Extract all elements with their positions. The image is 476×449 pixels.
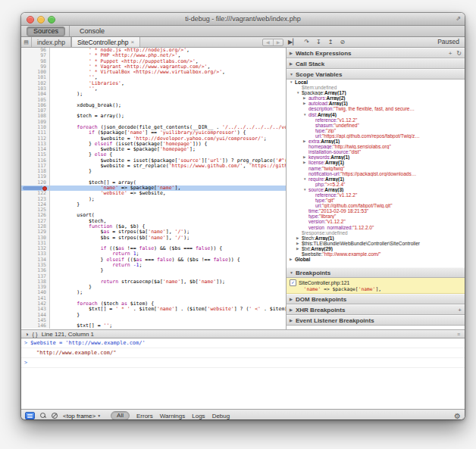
section-watch-expressions[interactable]: ▶Watch Expressions+↻ — [287, 48, 465, 58]
scope-row[interactable]: type: "library" — [287, 214, 465, 219]
disclosure-triangle-icon[interactable]: ▼ — [303, 112, 308, 117]
scope-row[interactable]: time: "2013-02-09 18:21:53" — [287, 208, 465, 214]
tab-console[interactable]: Console — [74, 27, 111, 36]
scope-row[interactable]: ▼dist: Array(4) — [287, 112, 465, 117]
step-over-button[interactable]: ↷ — [304, 37, 309, 47]
disclosure-triangle-icon[interactable]: ▶ — [290, 257, 295, 262]
close-tab-icon[interactable]: × — [130, 39, 134, 45]
scope-row[interactable]: php: ">=5.2.4" — [287, 182, 465, 187]
scope-row[interactable]: ▼$package: Array(17) — [287, 90, 465, 95]
fullscreen-icon[interactable]: ⇗ — [456, 16, 461, 22]
scope-row[interactable]: shasum: "undefined" — [287, 123, 465, 128]
filter-errors[interactable]: Errors — [136, 413, 153, 419]
filter-logs[interactable]: Logs — [192, 413, 205, 419]
scope-row[interactable]: ▶authors: Array(2) — [287, 95, 465, 101]
disclosure-triangle-icon[interactable]: ▶ — [303, 101, 308, 106]
disclosure-triangle-icon[interactable]: ▶ — [290, 51, 296, 55]
scope-row[interactable]: description: "Twig, the flexible, fast, … — [287, 106, 465, 111]
disclosure-triangle-icon[interactable]: ▶ — [296, 246, 302, 251]
resume-button[interactable]: ▶▏ — [288, 37, 297, 47]
disclosure-triangle-icon[interactable]: ▼ — [290, 270, 296, 275]
disclosure-triangle-icon[interactable]: ▶ — [303, 95, 308, 101]
scope-row[interactable]: installation-source: "dist" — [287, 149, 465, 154]
disclosure-triangle-icon[interactable]: ▼ — [303, 187, 308, 192]
scope-row[interactable]: name: "twig/twig" — [287, 166, 465, 171]
minimize-window-button[interactable] — [37, 16, 45, 23]
breakpoint-checkbox[interactable]: ✓ — [290, 279, 296, 286]
tab-sources[interactable]: Sources — [27, 27, 65, 36]
scope-row[interactable]: homepage: "http://twig.sensiolabs.org" — [287, 144, 465, 149]
console-input[interactable]: >$website = 'http://www.example.com/' — [21, 338, 465, 348]
disclosure-triangle-icon[interactable]: ▼ — [290, 80, 295, 85]
disclosure-triangle-icon[interactable]: ▶ — [303, 139, 308, 144]
disclosure-triangle-icon[interactable]: ▶ — [296, 241, 302, 246]
scope-row[interactable]: ▶extra: Array(1) — [287, 139, 465, 144]
scope-row[interactable]: url: "git://github.com/fabpot/Twig.git" — [287, 203, 465, 208]
console-toggle-icon[interactable] — [25, 412, 35, 419]
filter-warnings[interactable]: Warnings — [160, 413, 186, 419]
scope-row[interactable]: ▼require: Array(1) — [287, 176, 465, 182]
toggle-breakpoints-button[interactable]: ⊘ — [340, 37, 345, 47]
disclosure-triangle-icon[interactable]: ▶ — [303, 154, 308, 160]
gear-icon[interactable]: ⚙ — [454, 412, 461, 420]
scope-row[interactable]: url: "https://api.github.com/repos/fabpo… — [287, 133, 465, 139]
navigator-toggle-icon[interactable]: ▤ — [21, 37, 32, 47]
back-icon[interactable]: ◀ — [263, 39, 274, 45]
file-tab-sitecontroller[interactable]: SiteController.php × — [71, 37, 140, 47]
scope-row[interactable]: reference: "v1.12.2" — [287, 192, 465, 198]
step-into-button[interactable]: ↧ — [316, 37, 321, 47]
forward-icon[interactable]: ▶ — [274, 39, 283, 45]
drawer-resize-handle[interactable]: ≡ — [457, 332, 461, 337]
disclosure-triangle-icon[interactable]: ▶ — [303, 160, 308, 165]
refresh-icon[interactable]: ↻ — [456, 50, 462, 57]
disclosure-triangle-icon[interactable]: ▶ — [290, 297, 296, 301]
scope-row[interactable]: $item: undefined — [287, 85, 465, 90]
title-bar[interactable]: ti-debug - file:///vagrant/web/index.php… — [21, 13, 465, 26]
scope-row[interactable]: version_normalized: "1.12.2.0" — [287, 225, 465, 230]
disclosure-triangle-icon[interactable]: ▶ — [290, 318, 296, 323]
close-window-button[interactable] — [27, 16, 34, 23]
scope-row[interactable]: ▼Local — [287, 80, 465, 85]
section-call-stack[interactable]: ▶Call Stack — [287, 58, 465, 69]
console-drawer[interactable]: >$website = 'http://www.example.com/'"ht… — [21, 338, 465, 409]
disclosure-triangle-icon[interactable]: ▶ — [296, 235, 302, 241]
pretty-print-icon[interactable]: { } — [33, 331, 38, 338]
filter-all[interactable]: All — [111, 411, 130, 419]
scope-row[interactable]: $website: "http://www.example.com/" — [287, 251, 465, 257]
add-icon[interactable]: + — [449, 50, 453, 57]
disclosure-triangle-icon[interactable]: ▶ — [290, 61, 296, 66]
frame-selector[interactable]: <top frame>▼ — [63, 413, 101, 419]
disclosure-triangle-icon[interactable]: ▼ — [296, 90, 302, 95]
step-out-button[interactable]: ↥ — [328, 37, 334, 47]
scope-row[interactable]: type: "zip" — [287, 128, 465, 133]
console-input[interactable]: > — [21, 358, 465, 368]
file-tab-index[interactable]: index.php — [32, 37, 71, 47]
scope-row[interactable]: ▼source: Array(3) — [287, 187, 465, 192]
scope-row[interactable]: $response: undefined — [287, 230, 465, 235]
line-number-gutter[interactable]: 146 — [21, 323, 50, 329]
breakpoint-entry[interactable]: ✓ SiteController.php:121 'name' => $pack… — [287, 278, 465, 294]
scope-row[interactable]: ▶$tech: Array(1) — [287, 235, 465, 241]
disclosure-triangle-icon[interactable]: ▼ — [303, 176, 308, 182]
disclosure-triangle-icon[interactable]: ▶ — [290, 307, 296, 312]
scope-row[interactable]: ▶Global — [287, 257, 465, 262]
scope-row[interactable]: ▶$txt: Array(29) — [287, 246, 465, 251]
disclosure-triangle-icon[interactable]: ▼ — [290, 72, 296, 76]
scope-row[interactable]: ▶keywords: Array(1) — [287, 154, 465, 160]
scope-row[interactable]: notification-url: "https://packagist.org… — [287, 171, 465, 176]
scope-row[interactable]: reference: "v1.12.2" — [287, 117, 465, 123]
section-dom-breakpoints[interactable]: ▶DOM Breakpoints — [287, 294, 465, 304]
pause-indicator-icon[interactable]: ◑ — [25, 331, 29, 338]
clear-console-icon[interactable] — [52, 413, 58, 419]
scope-row[interactable]: ▶license: Array(1) — [287, 160, 465, 165]
scope-row[interactable]: ▶autoload: Array(1) — [287, 101, 465, 106]
section-xhr-breakpoints[interactable]: ▶XHR Breakpoints+ — [287, 304, 465, 315]
section-event-listener-breakpoints[interactable]: ▶Event Listener Breakpoints — [287, 315, 465, 326]
search-icon[interactable] — [40, 413, 46, 419]
scope-row[interactable]: ▶$this: TLE\Bundle\WebBundle\Controller\… — [287, 241, 465, 246]
filter-debug[interactable]: Debug — [212, 413, 230, 419]
zoom-window-button[interactable] — [48, 16, 55, 23]
section-breakpoints[interactable]: ▼ Breakpoints — [287, 267, 465, 278]
scope-row[interactable]: version: "v1.12.2" — [287, 219, 465, 224]
add-icon[interactable]: + — [458, 307, 462, 313]
